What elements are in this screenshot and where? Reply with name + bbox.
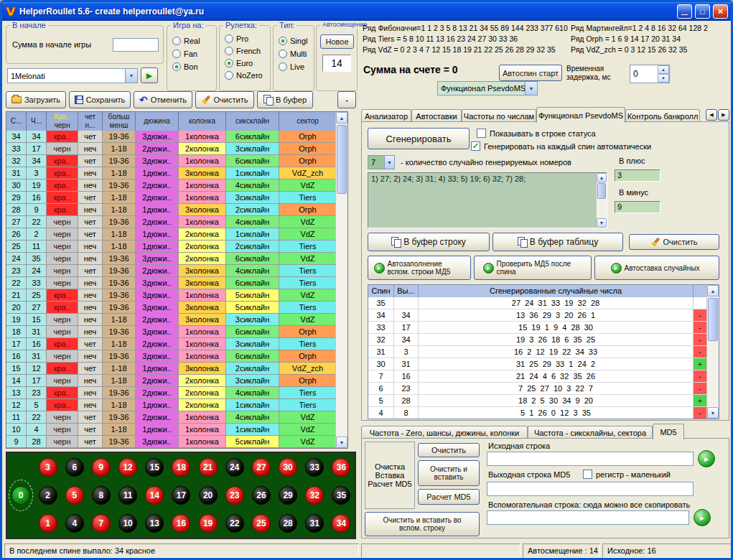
scrollbar-thumb[interactable] [597, 183, 606, 199]
scroll-down-button[interactable]: ▼ [597, 218, 607, 228]
check-md5-button[interactable]: ► Проверить МД5 после спина [474, 256, 592, 280]
undo-button[interactable]: ↶Отменить [134, 91, 192, 108]
radio-singl[interactable]: Singl [274, 34, 314, 47]
md5-source-ball-icon[interactable]: ► [698, 450, 715, 467]
md5-source-input[interactable] [487, 452, 694, 466]
copy-table-button[interactable]: В буфер таблицу [492, 233, 623, 251]
board-cell-26[interactable]: 26 [248, 481, 274, 509]
md5-aux-ball-icon[interactable]: ► [694, 509, 711, 526]
generated-row[interactable]: 71621 24 4 6 32 35 26- [368, 370, 719, 383]
md5-clear-button[interactable]: Очистить [418, 443, 480, 457]
board-cell-1[interactable]: 1 [34, 510, 61, 538]
generated-row[interactable]: 6237 25 27 10 3 22 7- [368, 383, 719, 395]
board-cell-32[interactable]: 32 [302, 481, 328, 509]
scrollbar-thumb[interactable] [337, 125, 347, 194]
generated-row[interactable]: 331715 19 1 9 4 28 30- [368, 322, 719, 334]
radio-euro[interactable]: Euro [220, 57, 270, 69]
board-cell-16[interactable]: 16 [168, 510, 195, 538]
history-row[interactable]: 2233черннеч19-363дюжи..3колонка6сиклайнT… [6, 277, 347, 289]
tab-frequency-sixlines[interactable]: Частота - сиксклайны, сектора [528, 426, 653, 439]
generated-row[interactable]: 303131 25 29 33 1 24 2+ [368, 358, 719, 370]
board-cell-28[interactable]: 28 [275, 510, 302, 538]
delay-down-button[interactable]: ▼ [658, 74, 669, 83]
delay-up-button[interactable]: ▲ [658, 65, 669, 74]
copy-buffer-button[interactable]: В буфер [257, 91, 313, 108]
md5-calc-button[interactable]: Расчет MD5 [418, 489, 480, 505]
autospin-start-button[interactable]: Автоспин старт [499, 65, 562, 81]
history-row[interactable]: 2324чернчет19-362дюжи..3колонка4сиклайнT… [6, 265, 347, 277]
board-cell-7[interactable]: 7 [88, 510, 114, 538]
autobet-random-button[interactable]: ► Автоставка случайных [594, 256, 719, 280]
radio-multi[interactable]: Multi [274, 47, 314, 60]
board-cell-17[interactable]: 17 [168, 481, 195, 509]
tab-functional-psevdoms[interactable]: Функционал PsevdoMS [536, 107, 625, 123]
radio-nozero[interactable]: NoZero [220, 69, 270, 81]
board-cell-19[interactable]: 19 [195, 510, 221, 538]
history-row[interactable]: 1512кра..чет1-181дюжи..3колонка2сиклайнV… [6, 363, 347, 375]
clear-button[interactable]: Очистить [195, 91, 254, 108]
scroll-up-button[interactable]: ▲ [336, 112, 347, 123]
scrollbar-thumb[interactable] [708, 298, 718, 341]
numbers-scrollbar[interactable]: ▲ ▼ [596, 173, 607, 228]
board-cell-9[interactable]: 9 [88, 453, 114, 481]
history-row[interactable]: 928чернчет19-363дюжи..1колонка5сиклайнVd… [6, 436, 347, 448]
generated-row[interactable]: 3527 24 31 33 19 32 28 [368, 297, 719, 309]
board-cell-12[interactable]: 12 [115, 453, 141, 481]
tab-bankroll-control[interactable]: Контроль банкролл [625, 109, 700, 122]
delay-spinner[interactable]: ▲ ▼ [630, 65, 670, 83]
checkbox-checked[interactable]: ✓ [471, 141, 480, 151]
register-checkbox-row[interactable]: регистр - маленький [583, 470, 671, 479]
titlebar[interactable]: HelperRoullet 5.6- create helperroullet@… [2, 2, 731, 21]
history-row[interactable]: 1122чернчет19-362дюжи..1колонка4сиклайнV… [6, 411, 347, 424]
board-cell-2[interactable]: 2 [34, 481, 61, 509]
md5-out-input[interactable] [487, 482, 694, 496]
history-row[interactable]: 3434кра..чет19-363дюжи..1колонка6сиклайн… [6, 131, 347, 143]
maximize-button[interactable]: □ [695, 4, 710, 19]
tab-md5[interactable]: MD5 [653, 424, 684, 439]
board-cell-33[interactable]: 33 [302, 453, 328, 481]
board-cell-31[interactable]: 31 [302, 510, 328, 538]
tab-autobets[interactable]: Автоставки [411, 109, 462, 122]
board-cell-30[interactable]: 30 [275, 453, 302, 481]
board-cell-25[interactable]: 25 [248, 510, 274, 538]
minus-button[interactable]: - [337, 91, 356, 108]
generated-table-scrollbar[interactable]: ▲ ▼ [706, 285, 719, 419]
board-cell-35[interactable]: 35 [328, 481, 355, 509]
history-row[interactable]: 1631черннеч19-363дюжи..1колонка6сиклайнO… [6, 350, 347, 363]
board-cell-5[interactable]: 5 [61, 481, 88, 509]
board-cell-36[interactable]: 36 [328, 453, 355, 481]
board-cell-29[interactable]: 29 [275, 481, 302, 509]
tab-scroll-right-button[interactable]: ▶ [718, 109, 729, 121]
load-button[interactable]: Загрузить [6, 91, 66, 108]
scroll-up-button[interactable]: ▲ [597, 173, 607, 182]
save-button[interactable]: Сохранить [69, 91, 131, 108]
show-status-checkbox-row[interactable]: Показывать в строке статуса [477, 129, 596, 138]
checkbox-unchecked[interactable] [583, 470, 592, 479]
board-cell-10[interactable]: 10 [115, 510, 141, 538]
generated-row[interactable]: 52818 2 5 30 34 9 20+ [368, 395, 719, 407]
history-row[interactable]: 289кра..неч1-181дюжи..3колонка2сиклайнOr… [6, 204, 347, 216]
board-cell-18[interactable]: 18 [168, 453, 195, 481]
radio-real[interactable]: Real [167, 34, 216, 47]
auto-generate-checkbox-row[interactable]: ✓ Генерировать на каждый спин автоматиче… [471, 141, 651, 151]
history-row[interactable]: 313кра..неч1-181дюжи..3колонка1сиклайнVd… [6, 167, 347, 179]
history-row[interactable]: 3019кра..неч19-362дюжи..1колонка4сиклайн… [6, 179, 347, 192]
history-row[interactable]: 1915черннеч1-182дюжи..3колонка3сиклайнVd… [6, 314, 347, 326]
generated-row[interactable]: 485 1 26 0 12 3 35- [368, 407, 719, 419]
generated-row[interactable]: 343413 36 29 3 20 26 1- [368, 309, 719, 322]
radio-french[interactable]: French [220, 45, 270, 57]
scroll-down-button[interactable]: ▼ [707, 407, 719, 419]
md5-aux-input[interactable] [487, 510, 689, 525]
board-cell-zero[interactable]: 0 [7, 453, 34, 538]
history-row[interactable]: 3234кра..чет19-363дюжи..1колонка6сиклайн… [6, 155, 347, 167]
history-row[interactable]: 3317черннеч1-182дюжи..2колонка3сиклайнOr… [6, 143, 347, 155]
autofill-md5-button[interactable]: ► Автозаполнение вспом. строки МД5 [368, 256, 471, 280]
history-row[interactable]: 2027кра..неч19-363дюжи..3колонка5сиклайн… [6, 302, 347, 314]
autoshift-new-button[interactable]: Новое [320, 34, 354, 49]
history-row[interactable]: 2916кра..чет1-182дюжи..1колонка3сиклайнT… [6, 192, 347, 204]
checkbox-unchecked[interactable] [477, 129, 486, 138]
board-cell-4[interactable]: 4 [61, 510, 88, 538]
start-sum-input[interactable] [113, 38, 159, 52]
delay-value-input[interactable] [630, 65, 658, 83]
board-cell-8[interactable]: 8 [88, 481, 114, 509]
